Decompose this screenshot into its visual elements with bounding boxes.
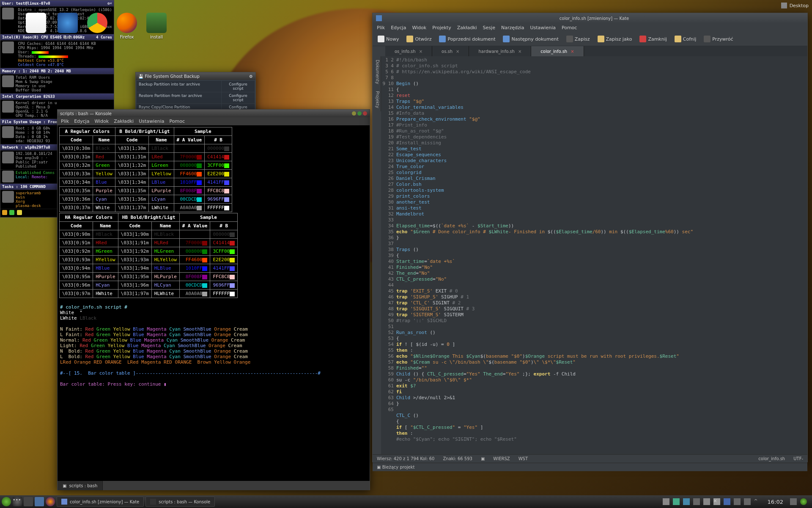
volume-icon[interactable] [683,498,690,505]
konsole-window[interactable]: scripts : bash — Konsole PlikEdycjaWidok… [57,109,370,490]
pager[interactable] [24,497,33,506]
desktop-icon-install[interactable]: install [144,13,169,39]
menu-item[interactable]: Zakładki [114,119,134,124]
documents-tab[interactable]: Dokumenty [373,56,381,88]
desktop-icon-chrome[interactable] [85,13,110,35]
close-tab-icon[interactable]: × [456,49,459,54]
document-icon [26,13,46,33]
undo-button[interactable]: Cofnij [671,34,700,44]
new-button[interactable]: Nowy [374,34,402,44]
clock[interactable]: 16:02 [764,499,787,505]
terminal-tab[interactable]: ▣scripts : bash [58,481,103,490]
menu-item[interactable]: Widok [412,25,426,30]
tools-icon[interactable]: ✕ [713,498,720,505]
computer-icon [2,8,14,19]
menu-item[interactable]: Sesje [483,25,495,30]
undo-icon [675,36,681,42]
app-icon [61,499,67,505]
status-icon [9,210,14,215]
menu-item[interactable]: Narzędzia [501,25,524,30]
menu-item[interactable]: Edycja [391,25,406,30]
menu-item[interactable]: Plik [61,119,69,124]
menu-item[interactable]: Plik [377,25,385,30]
close-tab-icon[interactable]: × [419,49,422,54]
configure-button[interactable]: Configure script [222,81,255,92]
info-icon [58,13,78,33]
notification-icon[interactable] [734,498,741,505]
kate-window[interactable]: color_info.sh [zmieniony] — Kate PlikEdy… [372,13,808,462]
menu-item[interactable]: Ustawienia [139,119,164,124]
memory-icon [2,75,14,87]
close-button[interactable] [363,111,367,116]
close-tab-icon[interactable]: × [518,49,521,54]
terminal-icon: ▣ [63,483,66,488]
titlebar[interactable]: scripts : bash — Konsole [58,110,370,117]
next-button[interactable]: Następny dokument [499,34,562,44]
bluetooth-icon[interactable] [724,498,730,505]
line-gutter: 1 2 3 4 5 6 7 8 9 10 11 12 13 14 15 16 1… [381,56,396,454]
keyboard-icon[interactable] [703,498,710,505]
menu-item[interactable]: Zakładki [457,25,477,30]
next-icon [503,36,510,42]
editor-tab[interactable]: os_info.sh× [385,46,432,56]
titlebar[interactable]: 💾 File System Ghost Backup⚙ [136,72,255,80]
menubar: PlikEdycjaWidokProjektyZakładkiSesjeNarz… [373,23,807,32]
close-button[interactable]: Zamknij [636,34,670,44]
terminal[interactable]: A Regular ColorsB Bold/Bright/LigtSample… [58,125,370,481]
saveas-icon [598,36,604,42]
configure-button[interactable]: Configure script [222,92,255,103]
gear-icon[interactable]: ⚙☀ [107,1,112,6]
gpu-icon [2,101,14,113]
redo-icon [704,36,710,42]
lock-icon[interactable] [790,498,797,505]
status-icon [17,210,22,215]
start-menu-button[interactable] [2,497,11,506]
titlebar[interactable]: color_info.sh [zmieniony] — Kate [373,13,807,23]
dolphin-launcher[interactable] [35,497,44,506]
user-host: User: test@linux-07v8 [2,1,50,6]
menu-item[interactable]: Projekty [432,25,451,30]
firefox-launcher[interactable] [46,497,55,506]
updates-icon[interactable] [673,498,680,505]
backup-icon: 💾 [138,74,143,79]
menu-item[interactable]: Pomoc [170,119,185,124]
redo-button[interactable]: Przywróć [700,34,736,44]
opensuse-icon[interactable] [800,498,807,505]
maximize-button[interactable] [357,111,362,116]
menu-item[interactable]: Widok [94,119,109,124]
desktop-icon-firefox[interactable]: Firefox [114,13,140,39]
device-icon[interactable] [744,498,751,505]
taskbar-entry[interactable]: scripts : bash — Konsole [145,497,215,507]
menu-item[interactable]: Ustawienia [530,25,556,30]
taskbar-panel: ••• color_info.sh [zmieniony] — Katescri… [0,495,812,508]
disk-icon [2,126,14,138]
desktop-icon-info[interactable]: ilum [55,13,80,39]
saveas-button[interactable]: Zapisz jako [594,34,636,44]
menu-item[interactable]: Edycja [74,119,89,124]
firefox-icon [117,13,137,33]
bookmark-icon: ▣ [481,456,485,461]
editor-tab[interactable]: color_info.sh× [531,46,584,56]
minimize-button[interactable] [352,111,356,116]
network-tray-icon[interactable] [693,498,700,505]
save-button[interactable]: Zapisz [563,34,593,44]
menu-item[interactable]: Pomoc [562,25,577,30]
editor-tab[interactable]: os.sh× [432,46,469,56]
gear-icon[interactable]: ⚙ [249,74,253,79]
desktop-icon-document[interactable] [23,13,49,35]
desktop-icon [781,3,787,8]
clipboard-icon[interactable] [663,498,669,505]
taskbar-entry[interactable]: color_info.sh [zmieniony] — Kate [57,497,144,507]
activity-button[interactable]: ••• [13,497,22,506]
status-icon [2,210,7,215]
close-tab-icon[interactable]: × [571,49,574,54]
chevron-up-icon[interactable]: ^ [754,498,761,505]
menubar: PlikEdycjaWidokZakładkiUstawieniaPomoc [58,117,370,125]
prev-button[interactable]: Poprzedni dokument [436,34,499,44]
projects-tab[interactable]: Projekty [373,88,381,111]
show-desktop-button[interactable]: Desktop [781,3,809,8]
code-editor[interactable]: #!/bin/bash# color_info.sh script# https… [396,56,807,454]
open-button[interactable]: Otwórz [403,34,435,44]
editor-tab[interactable]: hardware_info.sh× [469,46,531,56]
status-bar: Wiersz: 420 z 1 794 Kol: 60 Znaki: 66 59… [373,454,807,463]
